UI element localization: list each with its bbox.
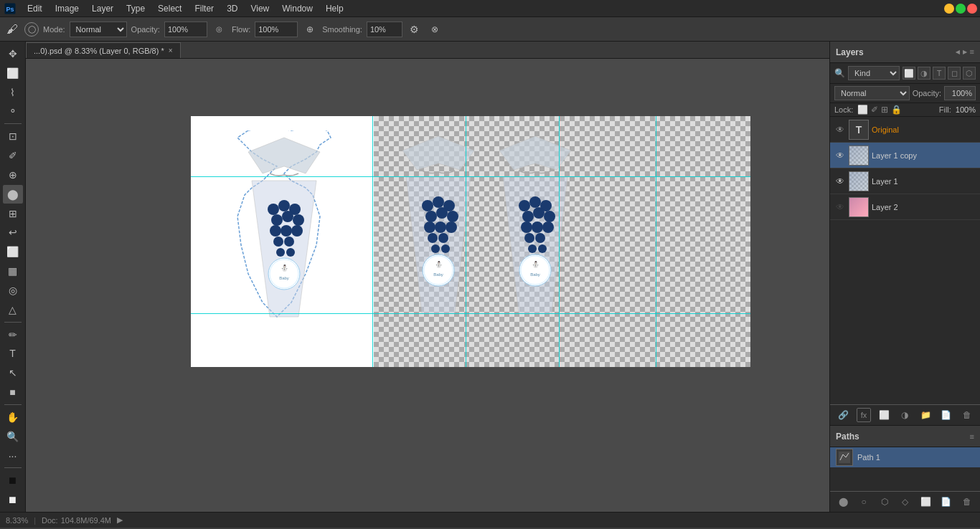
layer-visibility-layer1copy[interactable]: 👁 <box>834 150 846 161</box>
layer-visibility-original[interactable]: 👁 <box>834 124 846 135</box>
menu-help[interactable]: Help <box>320 2 349 15</box>
delete-path-icon[interactable]: 🗑 <box>960 495 974 509</box>
add-mask-path-icon[interactable]: ⬜ <box>918 495 933 509</box>
quick-select-tool[interactable]: ⚬ <box>3 103 23 121</box>
symmetry-icon[interactable]: ⊗ <box>427 22 443 37</box>
paths-panel-menu[interactable]: ≡ <box>970 432 974 441</box>
healing-tool[interactable]: ⊕ <box>3 166 23 184</box>
layer-name-layer1: Layer 1 <box>872 177 976 186</box>
layer-visibility-layer2[interactable]: 👁 <box>834 201 846 213</box>
lock-position-icon[interactable]: ✐ <box>871 105 878 115</box>
layer-visibility-layer1[interactable]: 👁 <box>834 176 846 187</box>
blend-mode-select[interactable]: Normal Multiply Screen <box>834 86 910 100</box>
fill-path-icon[interactable]: ⬤ <box>836 495 850 509</box>
type-tool[interactable]: T <box>3 345 23 363</box>
clone-tool[interactable]: ⊞ <box>3 204 23 223</box>
stroke-path-icon[interactable]: ○ <box>857 495 871 509</box>
flow-input[interactable] <box>255 22 298 37</box>
gradient-tool[interactable]: ▦ <box>3 262 23 280</box>
new-layer-icon[interactable]: 📄 <box>939 408 953 422</box>
brush-tool[interactable]: ⬤ <box>3 185 23 204</box>
menu-filter[interactable]: Filter <box>189 2 220 15</box>
svg-point-7 <box>271 214 283 226</box>
close-button[interactable] <box>967 4 977 14</box>
background-color[interactable]: ■ <box>3 490 23 509</box>
move-tool[interactable]: ✥ <box>3 44 23 63</box>
panel-collapse-left[interactable]: ◂ <box>956 47 960 57</box>
hand-tool[interactable]: ✋ <box>3 408 23 426</box>
svg-point-48 <box>533 207 545 219</box>
menu-view[interactable]: View <box>245 2 275 15</box>
pen-tool[interactable]: ✏ <box>3 325 23 344</box>
menu-type[interactable]: Type <box>121 2 151 15</box>
opacity-value-input[interactable] <box>944 86 976 100</box>
candy-bag-1: ⛄ Baby <box>234 130 334 345</box>
marquee-tool[interactable]: ⬜ <box>3 64 23 82</box>
lock-pixels-icon[interactable]: ⬜ <box>857 105 868 115</box>
lock-all-icon[interactable]: 🔒 <box>891 105 902 115</box>
layer-item-layer2[interactable]: 👁 Layer 2 <box>830 194 980 220</box>
layer-item-original[interactable]: 👁 T Original <box>830 117 980 143</box>
tool-options-icon[interactable]: ◯ <box>24 22 39 37</box>
adjustment-icon[interactable]: ◑ <box>897 408 912 422</box>
active-tab[interactable]: ...0).psd @ 8.33% (Layer 0, RGB/8) * × <box>26 42 181 58</box>
more-tools[interactable]: ··· <box>3 447 23 465</box>
lasso-tool[interactable]: ⌇ <box>3 83 23 102</box>
panel-collapse-right[interactable]: ▸ <box>963 47 967 57</box>
blur-tool[interactable]: ◎ <box>3 281 23 300</box>
maximize-button[interactable] <box>956 4 966 14</box>
lock-artboard-icon[interactable]: ⊞ <box>881 105 888 115</box>
tab-close-button[interactable]: × <box>169 47 173 54</box>
opacity-input[interactable] <box>164 22 207 37</box>
path-item-path1[interactable]: Path 1 <box>830 447 980 467</box>
add-mask-icon[interactable]: ⬜ <box>877 408 892 422</box>
filter-pixel-icon[interactable]: ⬜ <box>903 67 915 80</box>
smoothing-label: Smoothing: <box>322 25 362 34</box>
mode-select[interactable]: Normal Multiply Screen <box>70 22 127 37</box>
crop-tool[interactable]: ⊡ <box>3 127 23 146</box>
selection-to-path-icon[interactable]: ◇ <box>897 495 912 509</box>
dodge-tool[interactable]: △ <box>3 300 23 319</box>
new-group-icon[interactable]: 📁 <box>918 408 933 422</box>
eyedropper-tool[interactable]: ✐ <box>3 146 23 165</box>
path-select-tool[interactable]: ↖ <box>3 363 23 382</box>
menu-select[interactable]: Select <box>152 2 187 15</box>
link-layers-icon[interactable]: 🔗 <box>836 408 850 422</box>
menu-edit[interactable]: Edit <box>22 2 48 15</box>
path-to-selection-icon[interactable]: ⬡ <box>877 495 892 509</box>
zoom-tool[interactable]: 🔍 <box>3 427 23 446</box>
layer-item-layer1copy[interactable]: 👁 Layer 1 copy <box>830 143 980 168</box>
canvas-area[interactable]: ...0).psd @ 8.33% (Layer 0, RGB/8) * × <box>26 42 829 512</box>
pressure-icon[interactable]: ◎ <box>212 22 227 37</box>
filter-smart-icon[interactable]: ⬡ <box>963 67 976 80</box>
eraser-tool[interactable]: ⬜ <box>3 242 23 261</box>
airbrush-icon[interactable]: ⊕ <box>302 22 318 37</box>
layer-fx-icon[interactable]: fx <box>857 408 871 422</box>
smoothing-settings-icon[interactable]: ⚙ <box>407 22 423 37</box>
svg-point-14 <box>284 237 294 247</box>
panel-menu[interactable]: ≡ <box>970 47 974 57</box>
new-path-icon[interactable]: 📄 <box>939 495 953 509</box>
brush-tool-icon[interactable]: 🖌 <box>4 22 20 37</box>
candy-bag-3: ⛄ Baby <box>489 130 582 338</box>
status-arrow[interactable]: ▶ <box>117 515 123 525</box>
shape-tool[interactable]: ■ <box>3 383 23 401</box>
layer-thumbnail-layer2 <box>849 197 869 217</box>
filter-type-icon[interactable]: T <box>933 67 946 80</box>
filter-kind-select[interactable]: Kind <box>848 66 900 80</box>
foreground-color[interactable]: ■ <box>3 471 23 490</box>
delete-layer-icon[interactable]: 🗑 <box>960 408 974 422</box>
menu-layer[interactable]: Layer <box>86 2 119 15</box>
menu-3d[interactable]: 3D <box>221 2 243 15</box>
filter-adjustment-icon[interactable]: ◑ <box>918 67 930 80</box>
menu-image[interactable]: Image <box>50 2 85 15</box>
filter-shape-icon[interactable]: ◻ <box>948 67 961 80</box>
minimize-button[interactable] <box>944 4 954 14</box>
canvas-container[interactable]: ⛄ Baby <box>26 59 829 512</box>
layer-item-layer1[interactable]: 👁 Layer 1 <box>830 168 980 194</box>
svg-text:Baby: Baby <box>433 272 443 277</box>
doc-label: Doc: <box>42 516 58 525</box>
menu-window[interactable]: Window <box>276 2 319 15</box>
smoothing-input[interactable] <box>367 22 402 37</box>
history-brush-tool[interactable]: ↩ <box>3 224 23 242</box>
